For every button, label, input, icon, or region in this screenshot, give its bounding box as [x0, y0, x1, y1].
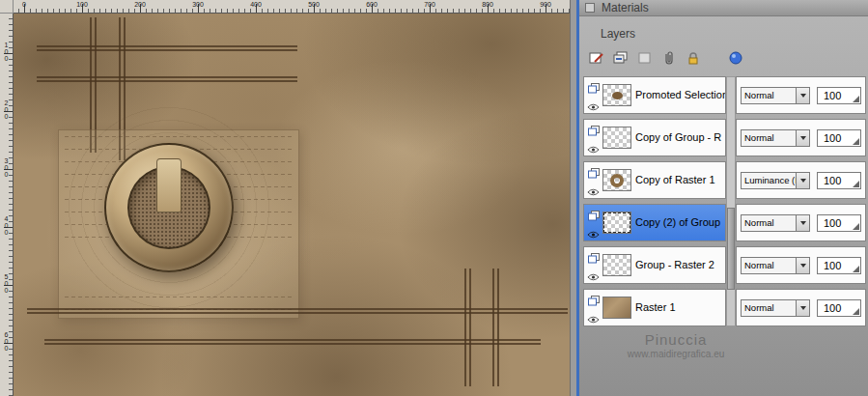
visibility-eye-icon[interactable] — [587, 140, 600, 157]
opacity-field[interactable]: 100 — [817, 257, 861, 274]
blend-mode-select[interactable]: Normal — [741, 299, 810, 317]
ruler-label: 800 — [482, 1, 493, 8]
layers-scrollbar[interactable] — [726, 76, 736, 326]
guide-line-horizontal — [37, 76, 297, 78]
blend-mode-select[interactable]: Luminance (L) — [741, 172, 810, 189]
visibility-eye-icon[interactable] — [587, 268, 600, 285]
blend-mode-value: Luminance (L) — [742, 173, 796, 188]
layer-pages-icon — [588, 123, 600, 140]
watermark-url: www.maidiregrafica.eu — [579, 349, 772, 359]
layer-thumbnail[interactable] — [602, 212, 631, 234]
link-layers-icon[interactable] — [659, 49, 679, 67]
guide-line-vertical — [469, 269, 471, 386]
ruler-label: 300 — [192, 1, 204, 8]
ruler-label: 400 — [2, 215, 10, 236]
ruler-label: 300 — [2, 157, 10, 178]
layers-title: Layers — [601, 27, 635, 41]
chevron-down-icon[interactable] — [796, 300, 809, 316]
blend-mode-select[interactable]: Normal — [741, 87, 810, 104]
ring-notch — [156, 158, 182, 212]
visibility-eye-icon[interactable] — [587, 183, 600, 200]
guide-line-horizontal — [37, 49, 297, 51]
layer-pages-icon — [588, 165, 600, 183]
blend-mode-select[interactable]: Normal — [741, 214, 810, 232]
layer-thumbnail[interactable] — [602, 169, 631, 191]
slider-corner-icon[interactable] — [853, 266, 859, 272]
slider-corner-icon[interactable] — [853, 223, 859, 230]
ruler-label: 600 — [2, 331, 10, 352]
scrollbar-thumb[interactable] — [727, 208, 735, 290]
ruler-corner — [0, 0, 14, 14]
slider-corner-icon[interactable] — [853, 96, 859, 102]
guide-line-vertical — [497, 269, 499, 386]
ruler-label: 500 — [308, 1, 320, 8]
ruler-label: 600 — [366, 1, 378, 8]
slider-corner-icon[interactable] — [853, 138, 859, 145]
ruler-label: 700 — [424, 1, 435, 8]
opacity-field[interactable]: 100 — [817, 87, 861, 104]
opacity-value: 100 — [824, 260, 841, 271]
ruler-label: 0 — [22, 1, 26, 8]
opacity-value: 100 — [824, 302, 841, 314]
materials-panel-icon — [585, 3, 595, 13]
edit-selection-icon[interactable] — [726, 49, 745, 67]
guide-line-horizontal — [27, 312, 568, 314]
guide-line-vertical — [464, 269, 466, 386]
slider-corner-icon[interactable] — [853, 308, 859, 315]
chevron-down-icon[interactable] — [796, 258, 809, 273]
layer-thumbnail[interactable] — [602, 127, 631, 149]
image-canvas[interactable] — [14, 14, 570, 396]
layer-pages-icon — [588, 80, 600, 98]
visibility-eye-icon[interactable] — [587, 310, 600, 327]
watermark-name: Pinuccia — [579, 331, 772, 348]
opacity-value: 100 — [824, 217, 841, 229]
layers-panel-header[interactable]: Layers — [579, 25, 868, 42]
blend-mode-select[interactable]: Normal — [741, 257, 810, 274]
chevron-down-icon[interactable] — [796, 130, 809, 146]
opacity-value: 100 — [824, 90, 841, 101]
layer-name: Copy (2) of Group — [635, 205, 725, 240]
visibility-eye-icon[interactable] — [587, 225, 600, 242]
layer-name: Raster 1 — [635, 290, 725, 325]
ruler-label: 900 — [540, 1, 551, 8]
chevron-down-icon[interactable] — [796, 88, 809, 103]
ruler-label: 500 — [2, 273, 10, 294]
layer-pages-icon — [588, 250, 600, 268]
opacity-field[interactable]: 100 — [817, 214, 861, 232]
opacity-field[interactable]: 100 — [817, 129, 861, 147]
layers-list: Promoted Selection Normal 100 — [579, 76, 868, 326]
opacity-value: 100 — [824, 132, 841, 144]
blend-mode-value: Normal — [742, 258, 796, 273]
materials-panel-header[interactable]: Materials — [579, 0, 868, 16]
guide-line-horizontal — [27, 308, 568, 310]
delete-layer-icon[interactable] — [635, 49, 655, 67]
ruler-label: 100 — [76, 1, 88, 8]
layer-thumbnail[interactable] — [602, 84, 631, 106]
horizontal-ruler: 0 100 200 300 400 500 600 700 800 900 — [14, 0, 570, 14]
ruler-label: 200 — [2, 99, 10, 120]
layer-pages-icon — [588, 208, 600, 225]
layers-toolbar — [579, 45, 868, 71]
guide-line-horizontal — [37, 45, 297, 47]
opacity-field[interactable]: 100 — [817, 299, 861, 317]
visibility-eye-icon[interactable] — [587, 98, 600, 115]
guide-line-vertical — [492, 269, 494, 386]
layer-thumbnail[interactable] — [602, 297, 631, 319]
opacity-field[interactable]: 100 — [817, 172, 861, 189]
layer-name: Group - Raster 2 — [635, 247, 725, 283]
ring-graphic — [104, 143, 234, 272]
blend-mode-select[interactable]: Normal — [741, 129, 810, 147]
duplicate-layer-icon[interactable] — [611, 49, 630, 67]
layer-name: Promoted Selection — [635, 77, 725, 113]
guide-line-horizontal — [37, 80, 297, 82]
dock-splitter[interactable] — [570, 0, 579, 396]
edit-layer-icon[interactable] — [587, 49, 606, 67]
chevron-down-icon[interactable] — [796, 173, 809, 188]
lock-transparency-icon[interactable] — [684, 49, 703, 67]
blend-mode-value: Normal — [742, 130, 796, 146]
ruler-label: 200 — [134, 1, 146, 8]
slider-corner-icon[interactable] — [853, 181, 859, 187]
blend-mode-value: Normal — [742, 88, 796, 103]
layer-thumbnail[interactable] — [602, 254, 631, 276]
chevron-down-icon[interactable] — [796, 215, 809, 231]
